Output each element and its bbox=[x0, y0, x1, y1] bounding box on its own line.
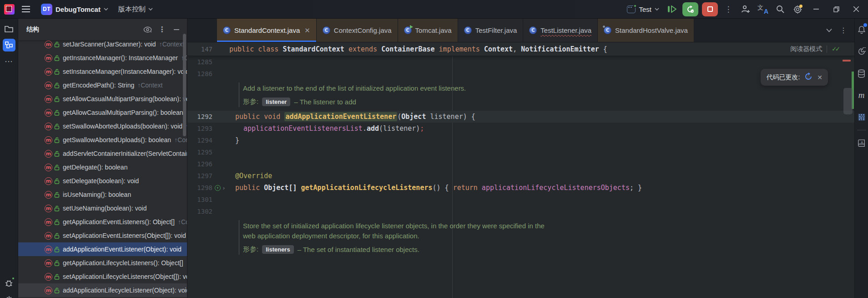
reload-changed-classes-icon[interactable] bbox=[804, 72, 812, 82]
public-key-icon bbox=[54, 288, 60, 293]
editor-scrollbar-thumb[interactable] bbox=[843, 88, 853, 114]
public-key-icon bbox=[54, 219, 60, 225]
editor-tab[interactable]: CContextConfig.java bbox=[317, 19, 398, 42]
structure-tool-window-icon[interactable] bbox=[3, 39, 15, 51]
panel-options-kebab-icon[interactable]: ⋮ bbox=[156, 24, 168, 36]
database-tool-window-icon[interactable] bbox=[855, 67, 868, 80]
structure-scrollbar[interactable] bbox=[183, 34, 186, 136]
code-line[interactable]: 1293applicationEventListenersList.add(li… bbox=[187, 123, 854, 134]
settings-gear-icon[interactable] bbox=[790, 2, 805, 16]
structure-method-item[interactable]: mgetApplicationLifecycleListeners(): Obj… bbox=[18, 256, 187, 270]
editor-tab[interactable]: CStandardHostValve.java bbox=[598, 19, 694, 42]
structure-method-item[interactable]: msetAllowCasualMultipartParsing(boolean)… bbox=[18, 92, 187, 106]
code-line[interactable]: 1285 bbox=[187, 56, 854, 68]
project-widget[interactable]: DT DebugTomcat bbox=[37, 2, 112, 16]
dictionary-book-icon[interactable]: A bbox=[855, 137, 868, 149]
debugger-resume-icon[interactable] bbox=[664, 2, 680, 16]
code-line[interactable]: 1292public void addApplicationEventListe… bbox=[187, 111, 854, 123]
line-number: 1292 bbox=[187, 113, 212, 120]
editor-tab[interactable]: CStandardContext.java✕ bbox=[217, 19, 317, 42]
public-key-icon bbox=[54, 247, 60, 252]
structure-method-item[interactable]: msetUseNaming(boolean): void bbox=[18, 201, 187, 215]
project-folder-icon[interactable] bbox=[3, 22, 15, 35]
editor-tab[interactable]: CTestFilter.java bbox=[458, 19, 524, 42]
window-restore-button[interactable] bbox=[827, 1, 845, 17]
code-line[interactable]: 1301 bbox=[187, 194, 854, 206]
spring-tool-window-icon[interactable] bbox=[855, 45, 868, 58]
tab-label: StandardHostValve.java bbox=[615, 26, 688, 34]
structure-method-item[interactable]: msetJarScanner(JarScanner): void↑Context bbox=[18, 40, 187, 51]
tab-options-kebab-icon[interactable]: ⋮ bbox=[837, 24, 850, 37]
window-minimize-button[interactable] bbox=[807, 1, 825, 17]
plugin-matrix-icon[interactable] bbox=[855, 111, 868, 123]
java-class-icon: C bbox=[223, 26, 231, 34]
notification-close-icon[interactable]: ✕ bbox=[817, 74, 823, 81]
maven-tool-window-icon[interactable]: m bbox=[855, 89, 868, 102]
structure-method-item[interactable]: mgetInstanceManager(): InstanceManager↑C… bbox=[18, 51, 187, 65]
structure-method-item[interactable]: msetApplicationLifecycleListeners(Object… bbox=[18, 270, 187, 283]
method-icon: m bbox=[45, 123, 52, 130]
structure-method-item[interactable]: msetInstanceManager(InstanceManager): vo… bbox=[18, 65, 187, 78]
search-everywhere-icon[interactable] bbox=[772, 2, 788, 16]
code-line[interactable]: 1298↑›public Object[] getApplicationLife… bbox=[187, 182, 854, 194]
more-actions-kebab-icon[interactable]: ⋮ bbox=[721, 2, 736, 16]
editor-tab[interactable]: CTestListener.java bbox=[523, 19, 598, 42]
code-with-me-add-user-icon[interactable] bbox=[738, 2, 753, 16]
java-class-icon: C bbox=[529, 26, 537, 34]
structure-method-item[interactable]: misUseNaming(): boolean bbox=[18, 188, 187, 201]
chevron-down-icon bbox=[655, 7, 659, 11]
line-number: 1286 bbox=[187, 70, 212, 77]
reader-mode-label[interactable]: 阅读器模式 bbox=[790, 45, 822, 53]
inherited-from-label: ↑Context bbox=[187, 109, 187, 116]
notifications-bell-icon[interactable] bbox=[855, 23, 868, 36]
structure-method-item[interactable]: mgetApplicationEventListeners(): Object[… bbox=[18, 215, 187, 229]
rendered-javadoc[interactable]: Add a listener to the end of the list of… bbox=[187, 80, 854, 111]
structure-method-item[interactable]: mgetEncodedPath(): String↑Context bbox=[18, 78, 187, 92]
view-options-eye-icon[interactable] bbox=[141, 24, 153, 36]
vcs-label: 版本控制 bbox=[118, 5, 146, 14]
code-editor[interactable]: 147 public class StandardContext extends… bbox=[187, 42, 854, 298]
structure-method-item[interactable]: mgetSwallowAbortedUploads(): boolean↑Con… bbox=[18, 133, 187, 147]
ide-window: DT DebugTomcat 版本控制 Test ⋮ bbox=[0, 0, 868, 298]
structure-method-item[interactable]: msetSwallowAbortedUploads(boolean): void… bbox=[18, 119, 187, 133]
debug-tool-window-icon[interactable] bbox=[3, 276, 15, 289]
tab-close-icon[interactable]: ✕ bbox=[304, 26, 310, 35]
inspections-ok-checkmark-icon[interactable]: ✓✓ bbox=[832, 46, 839, 52]
structure-method-item[interactable]: maddApplicationEventListener(Object): vo… bbox=[18, 242, 187, 256]
services-tool-window-icon[interactable] bbox=[3, 293, 15, 298]
code-line[interactable]: 1302 bbox=[187, 206, 854, 217]
editor-tab[interactable]: CTomcat.java bbox=[398, 19, 458, 42]
structure-method-list: msetJarScanner(JarScanner): void↑Context… bbox=[18, 40, 187, 298]
error-stripe[interactable] bbox=[839, 42, 854, 298]
hidden-tabs-chevron-icon[interactable] bbox=[823, 24, 835, 37]
hide-panel-icon[interactable] bbox=[171, 24, 182, 36]
translate-icon[interactable]: 文 A bbox=[755, 2, 771, 16]
code-line[interactable]: 1295 bbox=[187, 146, 854, 158]
overrides-method-icon[interactable]: ↑ bbox=[215, 185, 221, 191]
sticky-line-class-declaration[interactable]: 147 public class StandardContext extends… bbox=[187, 42, 854, 56]
method-signature: addApplicationLifecycleListener(Object):… bbox=[63, 287, 187, 294]
public-key-icon bbox=[54, 110, 60, 116]
code-line[interactable]: 1297@Override bbox=[187, 170, 854, 182]
stop-button[interactable] bbox=[702, 2, 718, 16]
structure-method-item[interactable]: msetDelegate(boolean): void bbox=[18, 174, 187, 188]
method-signature: getApplicationEventListeners(): Object[] bbox=[63, 218, 175, 226]
structure-method-item[interactable]: maddServletContainerInitializer(ServletC… bbox=[18, 147, 187, 160]
code-text: applicationEventListenersList.add(listen… bbox=[227, 124, 424, 133]
code-line[interactable]: 1296 bbox=[187, 158, 854, 170]
run-configuration-widget[interactable]: Test bbox=[624, 4, 662, 15]
structure-method-item[interactable]: mgetDelegate(): boolean bbox=[18, 160, 187, 174]
rendered-javadoc[interactable]: Store the set of initialized application… bbox=[187, 217, 854, 258]
structure-method-item[interactable]: msetApplicationEventListeners(Object[]):… bbox=[18, 229, 187, 242]
code-line[interactable]: 1294} bbox=[187, 134, 854, 146]
window-close-button[interactable] bbox=[847, 1, 865, 17]
structure-method-item[interactable]: maddApplicationLifecycleListener(Object)… bbox=[18, 283, 187, 297]
code-line[interactable]: 1286 bbox=[187, 68, 854, 80]
main-menu-hamburger-icon[interactable] bbox=[18, 2, 34, 16]
fold-chevron-icon[interactable]: › bbox=[222, 185, 226, 191]
rerun-debug-button[interactable] bbox=[682, 2, 698, 16]
more-tool-windows-icon[interactable]: ⋯ bbox=[3, 55, 15, 68]
method-icon: m bbox=[45, 259, 52, 267]
vcs-widget[interactable]: 版本控制 bbox=[116, 4, 156, 15]
structure-method-item[interactable]: mgetAllowCasualMultipartParsing(): boole… bbox=[18, 106, 187, 119]
